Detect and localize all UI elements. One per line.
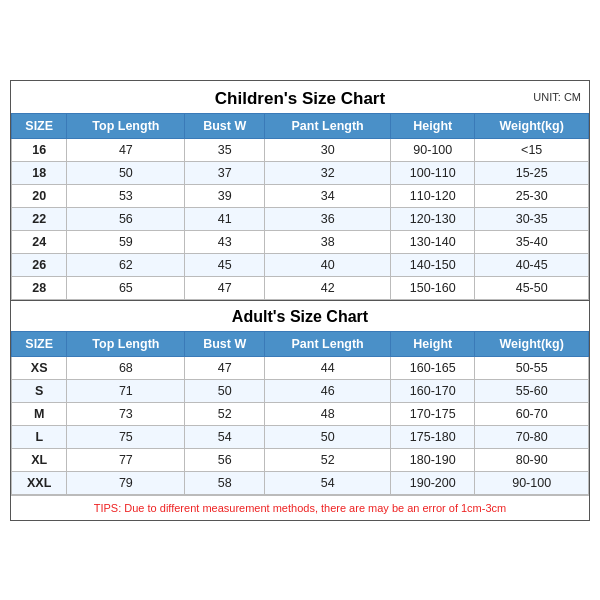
table-row: XXL795854190-20090-100 <box>12 471 589 494</box>
table-cell: 150-160 <box>391 276 475 299</box>
table-cell: 38 <box>265 230 391 253</box>
unit-label: UNIT: CM <box>533 91 581 103</box>
table-cell: 18 <box>12 161 67 184</box>
table-cell: 70-80 <box>475 425 589 448</box>
table-cell: 160-170 <box>391 379 475 402</box>
table-row: M735248170-17560-70 <box>12 402 589 425</box>
table-row: L755450175-18070-80 <box>12 425 589 448</box>
table-cell: 56 <box>185 448 265 471</box>
table-cell: 75 <box>67 425 185 448</box>
size-chart-container: Children's Size Chart UNIT: CM SIZETop L… <box>10 80 590 521</box>
table-cell: XXL <box>12 471 67 494</box>
adult-header-cell: Pant Length <box>265 331 391 356</box>
table-cell: 26 <box>12 253 67 276</box>
table-cell: 58 <box>185 471 265 494</box>
children-header-cell: SIZE <box>12 113 67 138</box>
table-cell: 100-110 <box>391 161 475 184</box>
table-cell: 52 <box>185 402 265 425</box>
table-cell: 50 <box>185 379 265 402</box>
adult-header-cell: SIZE <box>12 331 67 356</box>
adult-table: SIZETop LengthBust WPant LengthHeightWei… <box>11 331 589 495</box>
adult-header-cell: Top Length <box>67 331 185 356</box>
table-cell: 71 <box>67 379 185 402</box>
table-cell: 140-150 <box>391 253 475 276</box>
children-title-text: Children's Size Chart <box>215 89 385 108</box>
table-cell: 54 <box>185 425 265 448</box>
table-cell: 44 <box>265 356 391 379</box>
children-header-cell: Top Length <box>67 113 185 138</box>
children-header-cell: Weight(kg) <box>475 113 589 138</box>
table-cell: 52 <box>265 448 391 471</box>
table-cell: 47 <box>185 356 265 379</box>
table-cell: 46 <box>265 379 391 402</box>
table-row: 18503732100-11015-25 <box>12 161 589 184</box>
table-cell: 35 <box>185 138 265 161</box>
table-cell: 24 <box>12 230 67 253</box>
table-cell: 90-100 <box>391 138 475 161</box>
table-cell: 73 <box>67 402 185 425</box>
table-cell: 45-50 <box>475 276 589 299</box>
table-cell: 50-55 <box>475 356 589 379</box>
children-header-cell: Height <box>391 113 475 138</box>
table-cell: 41 <box>185 207 265 230</box>
table-cell: 180-190 <box>391 448 475 471</box>
children-header-cell: Bust W <box>185 113 265 138</box>
table-cell: 47 <box>67 138 185 161</box>
adult-header-cell: Bust W <box>185 331 265 356</box>
table-cell: 55-60 <box>475 379 589 402</box>
table-cell: 110-120 <box>391 184 475 207</box>
children-chart-title: Children's Size Chart UNIT: CM <box>11 81 589 113</box>
table-cell: 170-175 <box>391 402 475 425</box>
table-cell: M <box>12 402 67 425</box>
table-row: S715046160-17055-60 <box>12 379 589 402</box>
table-cell: 42 <box>265 276 391 299</box>
table-cell: 120-130 <box>391 207 475 230</box>
children-table: SIZETop LengthBust WPant LengthHeightWei… <box>11 113 589 300</box>
table-cell: 190-200 <box>391 471 475 494</box>
table-cell: 62 <box>67 253 185 276</box>
table-cell: 30-35 <box>475 207 589 230</box>
table-cell: 80-90 <box>475 448 589 471</box>
table-row: 20533934110-12025-30 <box>12 184 589 207</box>
table-cell: 77 <box>67 448 185 471</box>
table-cell: 25-30 <box>475 184 589 207</box>
table-cell: 40-45 <box>475 253 589 276</box>
table-cell: 47 <box>185 276 265 299</box>
table-row: 1647353090-100<15 <box>12 138 589 161</box>
table-cell: 130-140 <box>391 230 475 253</box>
table-cell: 16 <box>12 138 67 161</box>
adult-chart-title: Adult's Size Chart <box>11 300 589 331</box>
table-cell: L <box>12 425 67 448</box>
tips-text: TIPS: Due to different measurement metho… <box>11 495 589 520</box>
table-cell: 90-100 <box>475 471 589 494</box>
table-cell: 36 <box>265 207 391 230</box>
table-cell: 50 <box>265 425 391 448</box>
table-cell: 28 <box>12 276 67 299</box>
table-cell: 60-70 <box>475 402 589 425</box>
table-row: 28654742150-16045-50 <box>12 276 589 299</box>
table-row: XS684744160-16550-55 <box>12 356 589 379</box>
table-cell: 37 <box>185 161 265 184</box>
table-cell: XL <box>12 448 67 471</box>
table-cell: 20 <box>12 184 67 207</box>
table-cell: 59 <box>67 230 185 253</box>
table-cell: <15 <box>475 138 589 161</box>
adult-title-text: Adult's Size Chart <box>232 308 368 325</box>
table-cell: 35-40 <box>475 230 589 253</box>
table-cell: 56 <box>67 207 185 230</box>
adult-header-cell: Weight(kg) <box>475 331 589 356</box>
table-cell: 53 <box>67 184 185 207</box>
table-cell: 175-180 <box>391 425 475 448</box>
table-row: 26624540140-15040-45 <box>12 253 589 276</box>
children-header-cell: Pant Length <box>265 113 391 138</box>
table-cell: 48 <box>265 402 391 425</box>
table-cell: 32 <box>265 161 391 184</box>
table-row: XL775652180-19080-90 <box>12 448 589 471</box>
table-cell: 50 <box>67 161 185 184</box>
table-cell: XS <box>12 356 67 379</box>
table-cell: 30 <box>265 138 391 161</box>
table-cell: 34 <box>265 184 391 207</box>
table-row: 24594338130-14035-40 <box>12 230 589 253</box>
table-cell: S <box>12 379 67 402</box>
table-cell: 15-25 <box>475 161 589 184</box>
